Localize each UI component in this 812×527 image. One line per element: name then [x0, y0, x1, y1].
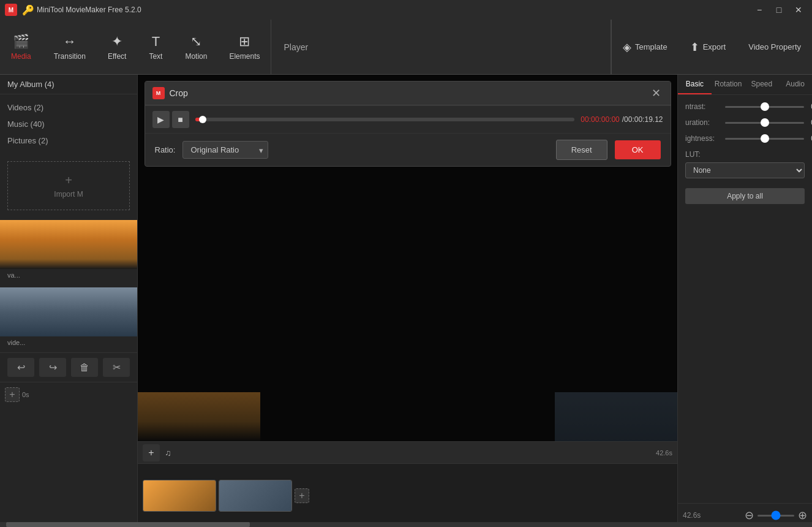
brightness-row: ightness: 0.0	[685, 134, 805, 143]
duration-slider[interactable]	[725, 122, 804, 124]
media-label: Media	[11, 52, 31, 61]
toolbar-text-button[interactable]: T Text	[137, 29, 174, 66]
app-title: MiniTool MovieMaker Free 5.2.0	[37, 6, 751, 14]
template-button[interactable]: ◈ Template	[612, 20, 679, 74]
window-controls: − □ ✕	[751, 3, 807, 17]
sidebar: My Album (4) Videos (2) Music (40) Pictu…	[0, 75, 138, 527]
contrast-value: 0.0	[804, 102, 812, 111]
main-area: My Album (4) Videos (2) Music (40) Pictu…	[0, 75, 812, 527]
split-button[interactable]: ✂	[103, 358, 130, 377]
timeline-add-clip-button[interactable]: +	[295, 488, 309, 503]
clip-thumb-2	[219, 480, 291, 511]
toolbar: 🎬 Media ↔ Transition ✦ Effect T Text ⤡ M…	[0, 20, 812, 75]
toolbar-elements-button[interactable]: ⊞ Elements	[218, 29, 271, 66]
lut-select[interactable]: None	[685, 162, 805, 178]
export-button[interactable]: ⬆ Export	[679, 20, 737, 74]
sidebar-item-pictures[interactable]: Pictures (2)	[0, 132, 137, 149]
zoom-out-button[interactable]: ⊖	[745, 509, 754, 522]
timeline-toolbar: + ♫ 42.6s	[138, 442, 677, 464]
lut-row: LUT: None	[685, 150, 805, 178]
play-button[interactable]: ▶	[152, 111, 170, 128]
media-thumb-image-2[interactable]	[0, 287, 137, 336]
right-panel: Basic Rotation Speed Audio ntrast: 0.0 u…	[677, 75, 812, 527]
crop-dialog: M Crop ✕	[145, 81, 671, 167]
reset-button[interactable]: Reset	[556, 140, 607, 160]
sidebar-timeline: + 0s	[0, 382, 137, 527]
maximize-button[interactable]: □	[770, 3, 788, 17]
ratio-select[interactable]: Original Ratio 16:9 4:3 1:1 9:16	[182, 141, 268, 159]
delete-button[interactable]: 🗑	[71, 358, 98, 377]
toolbar-effect-button[interactable]: ✦ Effect	[97, 29, 137, 66]
tab-rotation[interactable]: Rotation	[712, 75, 745, 94]
brightness-slider[interactable]	[725, 138, 804, 140]
apply-to-all-button[interactable]: Apply to all	[685, 188, 805, 204]
sidebar-item-videos[interactable]: Videos (2)	[0, 99, 137, 116]
media-thumb-image-1[interactable]	[0, 220, 137, 269]
ratio-select-wrapper: Original Ratio 16:9 4:3 1:1 9:16	[182, 141, 268, 159]
player-label: Player	[284, 42, 308, 52]
export-icon: ⬆	[690, 40, 699, 54]
clip-thumb-1	[143, 480, 216, 511]
sidebar-item-music[interactable]: Music (40)	[0, 116, 137, 132]
crop-overlay: M Crop ✕	[138, 75, 677, 441]
progress-bar[interactable]	[195, 118, 575, 121]
timeline-track: +	[143, 477, 309, 514]
minimize-button[interactable]: −	[751, 3, 768, 17]
elements-icon: ⊞	[239, 34, 250, 50]
media-label-1: va...	[0, 270, 137, 282]
text-label: Text	[149, 52, 162, 61]
media-thumb-1: va...	[0, 220, 137, 282]
undo-button[interactable]: ↩	[7, 358, 34, 377]
timeline-clip-2[interactable]	[219, 480, 292, 512]
tab-audio[interactable]: Audio	[778, 75, 812, 94]
video-property-button[interactable]: Video Property	[737, 20, 812, 74]
contrast-slider[interactable]	[725, 106, 804, 108]
zoom-slider[interactable]	[757, 515, 794, 517]
right-tabs: Basic Rotation Speed Audio	[678, 75, 812, 95]
crop-header: M Crop ✕	[145, 82, 671, 105]
tab-basic[interactable]: Basic	[678, 75, 712, 94]
timeline-add-button[interactable]: +	[5, 387, 20, 402]
zoom-controls: ⊖ ⊕	[745, 509, 807, 522]
contrast-row: ntrast: 0.0	[685, 102, 805, 111]
ok-button[interactable]: OK	[615, 140, 661, 159]
duration-value: 0.0	[804, 118, 812, 127]
player-area: M Crop ✕	[138, 75, 677, 441]
sidebar-actions: ↩ ↪ 🗑 ✂	[0, 352, 137, 382]
bottom-scrollbar[interactable]	[0, 522, 812, 527]
template-icon: ◈	[623, 40, 631, 54]
zoom-in-button[interactable]: ⊕	[798, 509, 807, 522]
toolbar-right: ◈ Template ⬆ Export Video Property	[611, 20, 812, 74]
apply-all-container: Apply to all	[685, 188, 805, 204]
crop-close-button[interactable]: ✕	[649, 86, 663, 100]
scrollbar-thumb[interactable]	[6, 522, 250, 527]
lut-label: LUT:	[685, 150, 725, 159]
ratio-label: Ratio:	[155, 145, 176, 154]
toolbar-media-button[interactable]: 🎬 Media	[0, 29, 42, 66]
timeline-time: 0s	[22, 387, 29, 402]
transition-icon: ↔	[63, 34, 77, 50]
stop-button[interactable]: ■	[172, 111, 189, 128]
template-label: Template	[635, 42, 667, 51]
import-area[interactable]: + Import M	[7, 161, 130, 210]
toolbar-left: 🎬 Media ↔ Transition ✦ Effect T Text ⤡ M…	[0, 20, 271, 74]
tab-speed[interactable]: Speed	[745, 75, 779, 94]
timeline-add-track-button[interactable]: +	[143, 444, 160, 461]
toolbar-motion-button[interactable]: ⤡ Motion	[174, 29, 218, 66]
timeline: + ♫ 42.6s +	[138, 441, 677, 527]
clip-time-label: 42.6s	[683, 511, 701, 520]
video-property-label: Video Property	[748, 42, 801, 51]
media-label-2: vide...	[0, 338, 137, 350]
sidebar-items: Videos (2) Music (40) Pictures (2)	[0, 94, 137, 154]
import-icon: +	[65, 173, 72, 188]
motion-icon: ⤡	[190, 34, 201, 50]
crop-title: Crop	[170, 88, 649, 98]
timeline-clip-1[interactable]	[143, 480, 216, 512]
progress-thumb[interactable]	[199, 116, 206, 123]
toolbar-transition-button[interactable]: ↔ Transition	[43, 29, 97, 66]
center-area: M Crop ✕	[138, 75, 677, 527]
duration-label: uration:	[685, 118, 725, 127]
close-button[interactable]: ✕	[790, 3, 807, 17]
current-time: 00:00:00:00	[581, 115, 619, 124]
redo-button[interactable]: ↪	[39, 358, 66, 377]
